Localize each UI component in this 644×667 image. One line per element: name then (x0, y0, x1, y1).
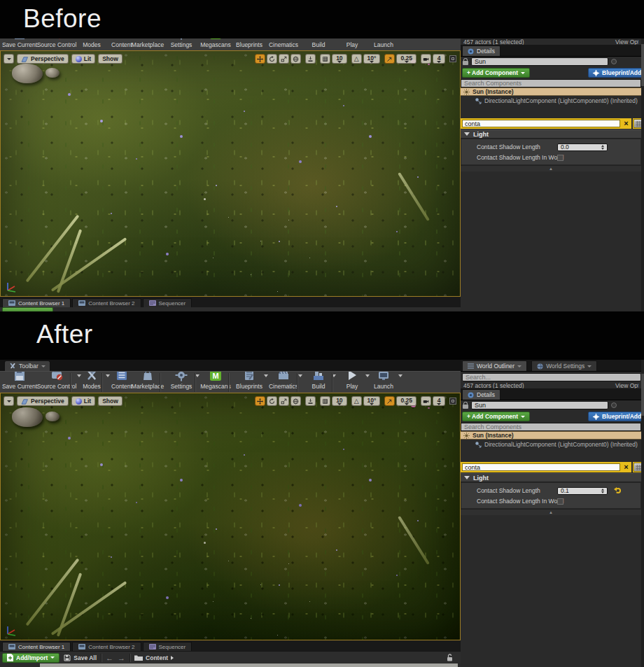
add-component-button[interactable]: + Add Component (462, 68, 530, 78)
perspective-button[interactable]: Perspective (17, 396, 69, 406)
contact-shadow-world-checkbox[interactable] (557, 498, 564, 505)
search-components-input[interactable] (461, 79, 641, 87)
world-space-button[interactable] (290, 396, 301, 406)
rotation-snap-button[interactable]: △ (351, 54, 362, 64)
actor-name-field[interactable] (471, 57, 608, 66)
property-filter-input[interactable] (462, 463, 620, 471)
rotate-tool-button[interactable] (267, 396, 277, 406)
play-button[interactable]: Play (335, 371, 370, 390)
perspective-button[interactable]: Perspective (17, 54, 69, 64)
grid-snap-button[interactable] (320, 54, 330, 64)
camera-speed-value[interactable]: 4 (433, 54, 445, 64)
megascans-button[interactable]: M Megascans (197, 38, 234, 48)
category-light-header[interactable]: Light (461, 473, 641, 482)
maximize-viewport-button[interactable] (449, 398, 456, 405)
show-button[interactable]: Show (98, 396, 122, 406)
scale-tool-button[interactable] (279, 396, 289, 406)
viewport-canvas[interactable] (1, 51, 460, 296)
clear-filter-button[interactable]: × (622, 463, 630, 471)
surface-snap-button[interactable] (305, 54, 316, 64)
grid-snap-button[interactable] (320, 396, 330, 406)
blueprint-add-script-button[interactable]: Blueprint/Add Script (588, 68, 644, 78)
move-tool-button[interactable] (255, 54, 265, 64)
clear-filter-button[interactable]: × (622, 120, 630, 127)
blueprints-button[interactable]: Blueprints (231, 38, 267, 48)
contact-shadow-world-checkbox[interactable] (557, 155, 564, 161)
tab-content-browser-2[interactable]: Content Browser 2 (72, 642, 141, 651)
property-filter-input[interactable] (462, 120, 620, 127)
tab-content-browser-1[interactable]: Content Browser 1 (2, 298, 71, 307)
add-component-button[interactable]: + Add Component (462, 412, 530, 421)
rotation-snap-value[interactable]: 10° (363, 54, 381, 64)
component-child-row[interactable]: DirectionalLightComponent (LightComponen… (461, 440, 641, 449)
world-space-button[interactable] (290, 54, 301, 64)
viewport-options-dropdown[interactable] (4, 54, 14, 64)
page: Before Save Current Source Control (0, 0, 644, 667)
reset-to-default-button[interactable] (615, 488, 621, 493)
settings-button[interactable]: Settings (162, 38, 200, 48)
show-button[interactable]: Show (98, 54, 122, 64)
maximize-viewport-button[interactable] (449, 55, 456, 62)
category-light-header[interactable]: Light (461, 129, 641, 139)
grid-snap-value[interactable]: 10 (332, 54, 346, 64)
actor-name-field[interactable] (471, 401, 608, 409)
rock (46, 412, 59, 421)
path-content-button[interactable]: Content (134, 654, 174, 661)
outliner-search-input[interactable] (462, 373, 641, 381)
add-import-button[interactable]: Add/Import (2, 653, 59, 663)
tab-details[interactable]: Details (462, 389, 500, 400)
viewport-canvas[interactable] (1, 393, 460, 640)
blueprints-button[interactable]: Blueprints (231, 371, 267, 390)
launch-button[interactable]: Launch (365, 38, 402, 48)
tab-sequencer[interactable]: Sequencer (143, 298, 192, 307)
move-tool-button[interactable] (255, 396, 265, 406)
details-expander[interactable]: ▲ (461, 165, 641, 171)
tab-world-settings[interactable]: World Settings (531, 360, 597, 371)
blueprint-add-script-button[interactable]: Blueprint/Add Script (588, 412, 644, 421)
rotate-tool-button[interactable] (267, 54, 277, 64)
component-root-row[interactable]: Sun (Instance) (461, 431, 641, 440)
details-expander[interactable]: ▲ (461, 509, 641, 515)
viewport-options-dropdown[interactable] (4, 396, 14, 406)
viewport-toolbar-left: Perspective Lit Show (4, 54, 122, 64)
play-button[interactable]: Play (335, 38, 370, 48)
scale-snap-button[interactable] (384, 54, 395, 64)
camera-speed-value[interactable]: 4 (433, 396, 445, 406)
scrollbar-thumb[interactable] (641, 44, 644, 86)
toolbar-label: Save Current (2, 41, 37, 48)
search-components-input[interactable] (461, 423, 641, 431)
rotation-snap-button[interactable]: △ (351, 396, 362, 406)
scale-tool-button[interactable] (279, 54, 289, 64)
contact-shadow-length-input[interactable]: 0.1 (557, 487, 608, 495)
lit-button[interactable]: Lit (71, 396, 95, 406)
view-options-button[interactable]: View Options (613, 382, 638, 389)
tab-content-browser-2[interactable]: Content Browser 2 (72, 298, 141, 307)
launch-button[interactable]: Launch (365, 371, 402, 390)
scrollbar-thumb[interactable] (641, 374, 644, 416)
scale-snap-button[interactable] (384, 396, 395, 406)
lock-content-browser-button[interactable] (447, 652, 453, 664)
component-root-row[interactable]: Sun (Instance) (461, 87, 641, 96)
surface-snap-button[interactable] (305, 396, 316, 406)
forward-button[interactable]: → (118, 654, 125, 661)
lit-button[interactable]: Lit (71, 54, 95, 64)
rotation-snap-value[interactable]: 10° (363, 396, 381, 406)
tab-content-browser-1[interactable]: Content Browser 1 (2, 642, 71, 651)
tab-sequencer[interactable]: Sequencer (143, 642, 192, 651)
build-button[interactable]: Build (300, 38, 337, 48)
perspective-label: Perspective (31, 55, 64, 62)
add-import-button-clipped[interactable] (2, 307, 53, 311)
tab-toolbar[interactable]: Toolbar (4, 360, 50, 371)
camera-speed-button[interactable] (421, 396, 431, 406)
scale-snap-value[interactable]: 0.25 (396, 396, 416, 406)
contact-shadow-length-input[interactable]: 0.0 (557, 143, 608, 151)
tab-details[interactable]: Details (462, 45, 500, 56)
cinematics-button[interactable]: Cinematics (265, 38, 302, 48)
scale-snap-value[interactable]: 0.25 (396, 54, 416, 64)
camera-speed-button[interactable] (421, 54, 431, 64)
save-all-button[interactable]: Save All (64, 654, 97, 661)
grid-snap-value[interactable]: 10 (332, 396, 346, 406)
back-button[interactable]: ← (106, 654, 113, 661)
tab-world-outliner[interactable]: World Outliner (462, 360, 527, 371)
component-child-row[interactable]: DirectionalLightComponent (LightComponen… (461, 96, 641, 106)
